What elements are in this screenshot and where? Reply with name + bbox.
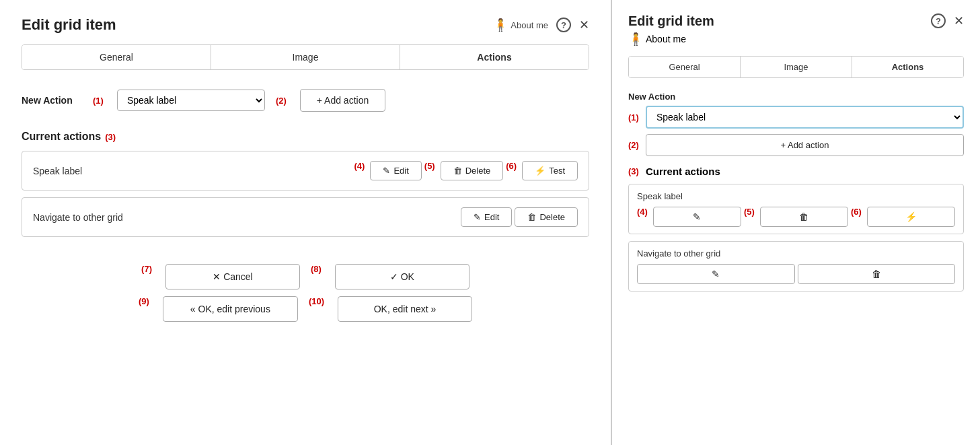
action-buttons-2-right: ✎ 🗑 bbox=[637, 264, 955, 284]
about-me-left: 🧍 About me bbox=[493, 18, 548, 32]
add-action-row-right: (2) + Add action bbox=[628, 134, 964, 156]
action-item-2-left: Navigate to other grid ✎ Edit 🗑 Delete bbox=[22, 197, 589, 237]
delete-button-2-right[interactable]: 🗑 bbox=[798, 264, 956, 284]
annotation-5-left: (5) bbox=[424, 161, 435, 180]
edit-icon-2-left: ✎ bbox=[474, 212, 481, 222]
edit-button-1-left[interactable]: ✎ Edit bbox=[370, 161, 421, 180]
edit-button-1-right[interactable]: ✎ bbox=[653, 207, 741, 227]
action-label-1-right: Speak label bbox=[637, 191, 955, 201]
annotation-9-left: (9) bbox=[139, 296, 149, 322]
close-icon-left[interactable]: ✕ bbox=[579, 18, 589, 32]
annotation-2-left: (2) bbox=[276, 96, 287, 106]
test-button-1-right[interactable]: ⚡ bbox=[867, 207, 955, 227]
annotation-3-left: (3) bbox=[105, 132, 116, 142]
left-title: Edit grid item bbox=[22, 16, 116, 34]
annotation-8-left: (8) bbox=[311, 264, 322, 289]
help-icon-right[interactable]: ? bbox=[931, 13, 946, 28]
current-actions-title-right: (3) Current actions bbox=[628, 166, 964, 177]
footer-row-1-left: (7) ✕ Cancel (8) ✓ OK bbox=[141, 264, 469, 289]
delete-button-2-left[interactable]: 🗑 Delete bbox=[515, 207, 578, 227]
edit-button-2-left[interactable]: ✎ Edit bbox=[461, 207, 512, 227]
new-action-label-right: New Action bbox=[628, 92, 964, 102]
ok-button-left[interactable]: ✓ OK bbox=[335, 264, 469, 289]
tab-actions-right[interactable]: Actions bbox=[852, 57, 963, 77]
edit-button-2-right[interactable]: ✎ bbox=[637, 264, 795, 284]
delete-button-1-right[interactable]: 🗑 bbox=[760, 207, 848, 227]
tabs-left: General Image Actions bbox=[22, 44, 589, 70]
annotation-5-right: (5) bbox=[744, 207, 755, 227]
footer-buttons-left: (7) ✕ Cancel (8) ✓ OK (9) « OK, edit pre… bbox=[22, 264, 589, 322]
ok-next-button-left[interactable]: OK, edit next » bbox=[338, 296, 472, 322]
tab-general-right[interactable]: General bbox=[629, 57, 741, 77]
tab-image-right[interactable]: Image bbox=[741, 57, 852, 77]
right-header-icons: ? ✕ bbox=[931, 13, 964, 28]
annotation-1-right: (1) bbox=[628, 112, 639, 123]
right-panel: Edit grid item ? ✕ 🧍 About me General Im… bbox=[612, 0, 980, 445]
action-select-right[interactable]: Speak label Navigate to other grid bbox=[646, 106, 964, 129]
left-header: Edit grid item 🧍 About me ? ✕ bbox=[22, 16, 589, 34]
annotation-6-right: (6) bbox=[851, 207, 862, 227]
select-row-right: (1) Speak label Navigate to other grid bbox=[628, 106, 964, 129]
action-item-1-right: Speak label (4) ✎ (5) 🗑 (6) ⚡ bbox=[628, 184, 964, 234]
annotation-6-left: (6) bbox=[506, 161, 517, 180]
trash-icon-1-left: 🗑 bbox=[453, 166, 462, 176]
test-button-1-left[interactable]: ⚡ Test bbox=[522, 161, 578, 180]
tabs-right: General Image Actions bbox=[628, 56, 964, 78]
action-item-2-right: Navigate to other grid ✎ 🗑 bbox=[628, 241, 964, 292]
action-item-1-left: Speak label (4) ✎ Edit (5) 🗑 Delete (6) … bbox=[22, 151, 589, 191]
action-item-label-1-left: Speak label bbox=[33, 166, 82, 176]
right-title: Edit grid item bbox=[628, 13, 714, 29]
close-icon-right[interactable]: ✕ bbox=[954, 13, 964, 28]
left-header-icons: 🧍 About me ? ✕ bbox=[493, 18, 589, 32]
person-icon-left: 🧍 bbox=[493, 18, 508, 32]
new-action-label-left: New Action bbox=[22, 95, 82, 106]
edit-icon-2-right: ✎ bbox=[712, 269, 720, 279]
action-buttons-2-left: ✎ Edit 🗑 Delete bbox=[461, 207, 578, 227]
tab-general-left[interactable]: General bbox=[22, 45, 211, 69]
about-me-label-right: About me bbox=[646, 34, 686, 44]
new-action-row-right: New Action (1) Speak label Navigate to o… bbox=[628, 92, 964, 156]
action-item-label-2-left: Navigate to other grid bbox=[33, 212, 123, 223]
annotation-1-left: (1) bbox=[93, 96, 104, 106]
add-action-button-right[interactable]: + Add action bbox=[646, 134, 964, 156]
trash-icon-1-right: 🗑 bbox=[799, 211, 808, 222]
edit-icon-1-left: ✎ bbox=[383, 166, 390, 176]
bolt-icon-1-right: ⚡ bbox=[905, 211, 917, 222]
about-me-label-left: About me bbox=[511, 20, 548, 30]
trash-icon-2-left: 🗑 bbox=[527, 212, 536, 222]
new-action-row-left: New Action (1) Speak label Navigate to o… bbox=[22, 89, 589, 112]
left-panel: Edit grid item 🧍 About me ? ✕ General Im… bbox=[0, 0, 612, 445]
trash-icon-2-right: 🗑 bbox=[872, 269, 881, 279]
footer-row-2-left: (9) « OK, edit previous (10) OK, edit ne… bbox=[139, 296, 472, 322]
help-icon-left[interactable]: ? bbox=[556, 18, 571, 32]
annotation-3-right: (3) bbox=[628, 166, 639, 176]
cancel-button-left[interactable]: ✕ Cancel bbox=[165, 264, 300, 289]
annotation-10-left: (10) bbox=[309, 296, 324, 322]
tab-actions-left[interactable]: Actions bbox=[400, 45, 589, 69]
ok-prev-button-left[interactable]: « OK, edit previous bbox=[163, 296, 298, 322]
action-buttons-1-right: (4) ✎ (5) 🗑 (6) ⚡ bbox=[637, 207, 955, 227]
current-actions-title-left: Current actions (3) bbox=[22, 131, 589, 143]
delete-button-1-left[interactable]: 🗑 Delete bbox=[441, 161, 504, 180]
add-action-button-left[interactable]: + Add action bbox=[300, 89, 385, 112]
action-select-left[interactable]: Speak label Navigate to other grid bbox=[117, 90, 265, 111]
about-me-right: 🧍 About me bbox=[628, 32, 964, 46]
annotation-4-right: (4) bbox=[637, 207, 648, 227]
action-buttons-1-left: (4) ✎ Edit (5) 🗑 Delete (6) ⚡ Test bbox=[354, 161, 578, 180]
annotation-2-right: (2) bbox=[628, 140, 639, 150]
edit-icon-1-right: ✎ bbox=[693, 211, 701, 222]
right-header-top: Edit grid item ? ✕ bbox=[628, 13, 964, 29]
tab-image-left[interactable]: Image bbox=[211, 45, 400, 69]
annotation-7-left: (7) bbox=[141, 264, 152, 289]
annotation-4-left: (4) bbox=[354, 161, 365, 180]
person-icon-right: 🧍 bbox=[628, 32, 643, 46]
bolt-icon-1-left: ⚡ bbox=[535, 166, 545, 176]
action-label-2-right: Navigate to other grid bbox=[637, 248, 955, 259]
